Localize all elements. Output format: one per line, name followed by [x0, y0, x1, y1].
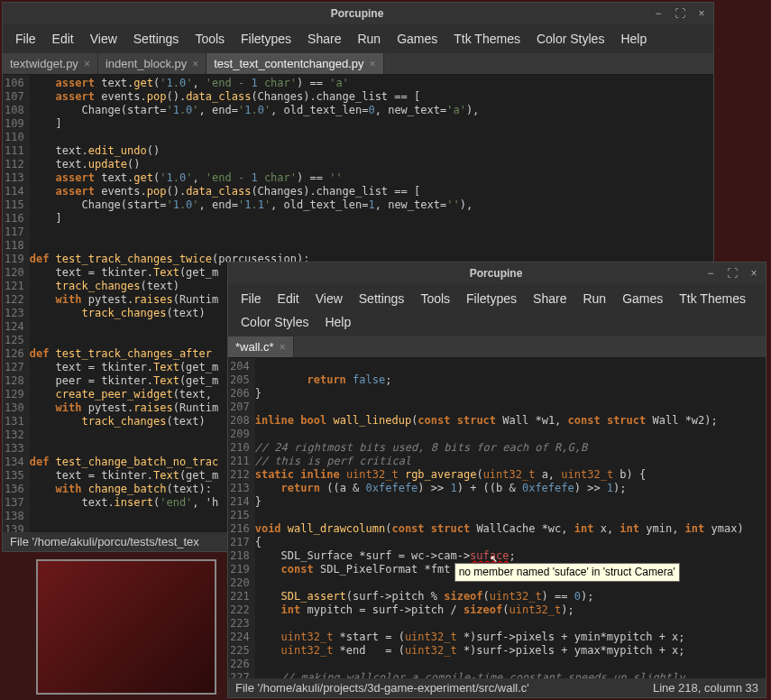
tab-textwidget-py[interactable]: textwidget.py× [3, 53, 98, 74]
menu-item-share[interactable]: Share [300, 28, 348, 50]
menu-item-file[interactable]: File [234, 288, 269, 309]
tab-close-icon[interactable]: × [369, 58, 375, 70]
status-filepath: File '/home/akuli/projects/3d-game-exper… [235, 681, 529, 695]
menu-item-settings[interactable]: Settings [126, 28, 187, 50]
menu-item-color-styles[interactable]: Color Styles [234, 311, 316, 333]
status-position: Line 218, column 33 [653, 681, 758, 695]
menu-item-share[interactable]: Share [526, 288, 574, 309]
close-icon[interactable]: × [695, 7, 708, 20]
menu-item-file[interactable]: File [8, 28, 43, 50]
menu-item-view[interactable]: View [83, 28, 124, 50]
window-title: Porcupine [62, 7, 652, 20]
error-tooltip: no member named 'suface' in 'struct Came… [454, 563, 680, 582]
minimize-icon[interactable]: − [652, 7, 665, 20]
status-filepath: File '/home/akuli/porcu/tests/test_tex [10, 535, 199, 548]
tab-label: indent_block.py [106, 57, 187, 70]
window-title: Porcupine [288, 267, 704, 280]
titlebar-main[interactable]: Porcupine − ⛶ × [3, 3, 713, 24]
menu-item-tools[interactable]: Tools [413, 288, 457, 309]
statusbar-secondary: File '/home/akuli/projects/3d-game-exper… [228, 678, 766, 697]
menu-item-filetypes[interactable]: Filetypes [459, 288, 524, 309]
tab-close-icon[interactable]: × [84, 58, 90, 70]
menu-item-edit[interactable]: Edit [45, 28, 81, 50]
tab--wall-c-[interactable]: *wall.c*× [228, 336, 294, 357]
menu-item-settings[interactable]: Settings [352, 288, 412, 309]
menu-item-ttk-themes[interactable]: Ttk Themes [672, 288, 753, 309]
tabbar-main: textwidget.py×indent_block.py×test_text_… [3, 53, 713, 75]
menu-item-edit[interactable]: Edit [271, 288, 307, 309]
code-area[interactable]: return false; } inline bool wall_linedup… [255, 358, 766, 678]
menubar-secondary: FileEditViewSettingsToolsFiletypesShareR… [228, 284, 766, 336]
menu-item-color-styles[interactable]: Color Styles [529, 28, 611, 50]
menu-item-ttk-themes[interactable]: Ttk Themes [446, 28, 528, 50]
close-icon[interactable]: × [748, 267, 760, 280]
maximize-icon[interactable]: ⛶ [726, 267, 739, 280]
menu-item-view[interactable]: View [308, 288, 350, 309]
menu-item-filetypes[interactable]: Filetypes [234, 28, 298, 50]
minimize-icon[interactable]: − [704, 267, 717, 280]
menu-item-games[interactable]: Games [615, 288, 670, 309]
menu-item-run[interactable]: Run [575, 288, 613, 309]
menubar-main: FileEditViewSettingsToolsFiletypesShareR… [3, 24, 713, 53]
titlebar-secondary[interactable]: Porcupine − ⛶ × [228, 262, 766, 284]
line-gutter: 204 205 206 207 208 209 210 211 212 213 … [228, 358, 255, 678]
maximize-icon[interactable]: ⛶ [674, 7, 686, 20]
tab-label: textwidget.py [10, 57, 78, 70]
window-secondary: Porcupine − ⛶ × FileEditViewSettingsTool… [227, 262, 766, 698]
tab-label: *wall.c* [235, 340, 274, 354]
menu-item-tools[interactable]: Tools [188, 28, 232, 50]
tab-test-text-contentchanged-py[interactable]: test_text_contentchanged.py× [207, 53, 383, 74]
menu-item-games[interactable]: Games [390, 28, 445, 50]
line-gutter: 106 107 108 109 110 111 112 113 114 115 … [3, 75, 30, 532]
menu-item-help[interactable]: Help [317, 311, 358, 333]
background-image [36, 559, 216, 695]
menu-item-run[interactable]: Run [350, 28, 388, 50]
menu-item-help[interactable]: Help [613, 28, 654, 50]
tab-close-icon[interactable]: × [192, 58, 198, 70]
editor-secondary[interactable]: 204 205 206 207 208 209 210 211 212 213 … [228, 358, 766, 678]
tab-label: test_text_contentchanged.py [214, 57, 363, 70]
tab-indent-block-py[interactable]: indent_block.py× [98, 53, 207, 74]
tab-close-icon[interactable]: × [280, 341, 286, 354]
tabbar-secondary: *wall.c*× [228, 336, 766, 358]
